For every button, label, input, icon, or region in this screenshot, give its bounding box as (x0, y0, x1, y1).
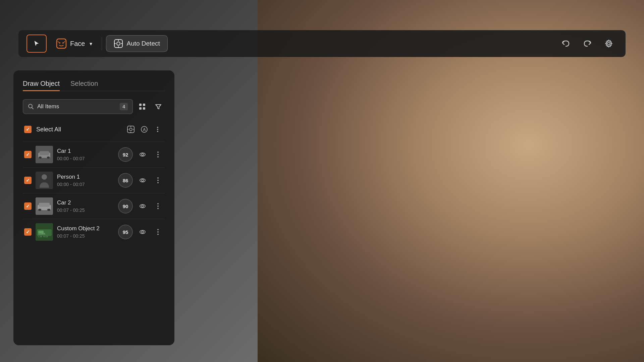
svg-point-4 (117, 42, 120, 45)
svg-point-32 (42, 174, 47, 180)
checkmark-icon: ✓ (26, 178, 30, 183)
svg-rect-28 (47, 157, 50, 159)
more-button-person1[interactable] (152, 175, 164, 186)
svg-rect-15 (143, 107, 145, 110)
search-row: 4 (23, 99, 165, 114)
svg-text:LIB 5510: LIB 5510 (38, 235, 48, 238)
more-all-button[interactable] (152, 123, 164, 135)
more-button-car1[interactable] (152, 149, 164, 160)
item-time: 00:00 - 00:07 (57, 182, 114, 187)
item-thumbnail-custom2: AZURA LIB 5510 (36, 223, 53, 241)
svg-rect-26 (40, 151, 49, 155)
confidence-badge-custom2: 95 (118, 225, 133, 239)
item-info-car1: Car 1 00:00 - 00:07 (57, 148, 114, 161)
undo-button[interactable] (557, 35, 575, 52)
select-all-actions: A (125, 123, 164, 135)
svg-rect-37 (39, 203, 50, 207)
confidence-badge-car1: 92 (118, 147, 133, 162)
svg-rect-13 (143, 104, 145, 106)
select-all-label: Select All (36, 126, 120, 133)
item-time: 00:00 - 00:07 (57, 156, 114, 161)
select-all-checkbox[interactable]: ✓ (24, 126, 32, 133)
svg-point-17 (129, 128, 132, 131)
item-name: Car 1 (57, 148, 114, 155)
auto-detect-icon (114, 39, 123, 48)
svg-point-41 (142, 205, 144, 207)
svg-point-48 (142, 231, 144, 233)
list-item: ✓ Person 1 00:00 - 00:07 86 (23, 167, 165, 193)
item-name: Car 2 (57, 199, 114, 206)
item-name: Person 1 (57, 174, 114, 180)
svg-point-34 (142, 179, 144, 181)
tab-draw-object[interactable]: Draw Object (23, 80, 60, 91)
svg-point-30 (142, 154, 144, 156)
svg-rect-0 (57, 39, 66, 48)
face-icon (56, 38, 67, 49)
list-item: ✓ Car 2 00:07 - 00:25 90 (23, 193, 165, 219)
item-time: 00:07 - 00:25 (57, 233, 114, 239)
label-all-button[interactable]: A (138, 123, 150, 135)
confidence-badge-person1: 86 (118, 173, 133, 188)
face-selector-button[interactable]: Face ▾ (51, 36, 98, 52)
confidence-badge-car2: 90 (118, 199, 133, 214)
redo-icon (583, 39, 592, 48)
panel-tabs: Draw Object Selection (23, 80, 165, 91)
detect-all-button[interactable] (125, 123, 137, 135)
checkmark-icon: ✓ (26, 127, 30, 132)
settings-icon (604, 39, 613, 48)
svg-text:AZURA: AZURA (38, 233, 46, 235)
toolbar: Face ▾ Auto Detect (18, 30, 626, 57)
toolbar-divider (102, 37, 102, 50)
visibility-button-custom2[interactable] (137, 226, 148, 238)
svg-rect-38 (38, 209, 41, 211)
chevron-down-icon: ▾ (90, 41, 92, 47)
svg-rect-12 (139, 104, 142, 106)
list-item: ✓ AZURA LIB 5510 Custom Object 2 00:07 -… (23, 219, 165, 245)
item-thumbnail-car1 (36, 146, 53, 163)
item-info-car2: Car 2 00:07 - 00:25 (57, 199, 114, 213)
svg-rect-14 (139, 107, 142, 110)
cursor-tool-button[interactable] (26, 35, 47, 53)
item-time: 00:07 - 00:25 (57, 207, 114, 213)
visibility-button-car2[interactable] (137, 200, 148, 212)
auto-detect-button[interactable]: Auto Detect (106, 35, 167, 52)
visibility-button-car1[interactable] (137, 149, 148, 160)
item-thumbnail-car2 (36, 197, 53, 215)
item-checkbox-car2[interactable]: ✓ (24, 202, 32, 210)
tab-selection[interactable]: Selection (70, 80, 98, 91)
svg-line-11 (32, 108, 34, 109)
item-count-badge: 4 (120, 103, 128, 110)
svg-point-9 (608, 43, 610, 45)
svg-rect-39 (47, 209, 50, 211)
item-thumbnail-person1 (36, 172, 53, 189)
search-input[interactable] (37, 103, 116, 110)
svg-rect-27 (39, 157, 42, 159)
undo-icon (561, 39, 570, 48)
settings-button[interactable] (600, 35, 618, 52)
visibility-button-person1[interactable] (137, 175, 148, 186)
face-selector-label: Face (70, 40, 85, 48)
item-info-custom2: Custom Object 2 00:07 - 00:25 (57, 225, 114, 239)
checkmark-icon: ✓ (26, 229, 30, 235)
item-checkbox-car1[interactable]: ✓ (24, 151, 32, 158)
item-name: Custom Object 2 (57, 225, 114, 232)
redo-button[interactable] (579, 35, 596, 52)
objects-panel: Draw Object Selection 4 (13, 70, 174, 345)
item-info-person1: Person 1 00:00 - 00:07 (57, 174, 114, 187)
search-bar: 4 (23, 99, 133, 114)
more-button-custom2[interactable] (152, 226, 164, 238)
item-checkbox-person1[interactable]: ✓ (24, 177, 32, 184)
cursor-icon (33, 40, 40, 47)
grid-view-button[interactable] (136, 100, 149, 113)
checkmark-icon: ✓ (26, 203, 30, 209)
select-all-row: ✓ Select All A (23, 120, 165, 139)
list-item: ✓ Car 1 00:00 - 00:07 92 (23, 141, 165, 167)
checkmark-icon: ✓ (26, 152, 30, 157)
svg-text:A: A (143, 127, 146, 132)
auto-detect-label: Auto Detect (126, 40, 160, 47)
more-button-car2[interactable] (152, 200, 164, 212)
item-checkbox-custom2[interactable]: ✓ (24, 228, 32, 236)
search-icon (28, 104, 34, 110)
filter-button[interactable] (152, 100, 165, 113)
